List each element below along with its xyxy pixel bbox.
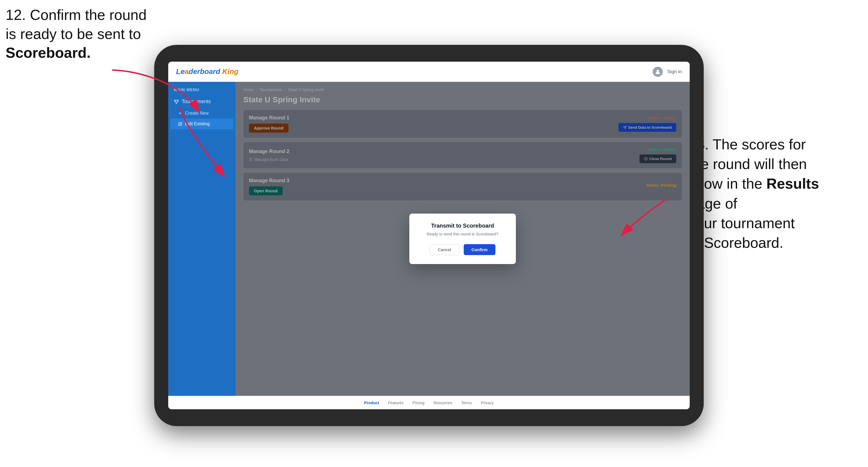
create-new-label: Create New: [185, 111, 209, 116]
instr-right-line5: your tournament: [688, 215, 795, 231]
svg-point-1: [657, 70, 659, 72]
modal-cancel-btn[interactable]: Cancel: [430, 244, 459, 255]
footer-features[interactable]: Features: [388, 401, 403, 405]
main-menu-label: MAIN MENU: [168, 88, 236, 95]
footer-privacy[interactable]: Privacy: [481, 401, 494, 405]
modal-confirm-btn[interactable]: Confirm: [464, 244, 496, 255]
logo-derboard: derboard: [189, 67, 220, 76]
logo-leader: Le: [176, 67, 184, 76]
footer-terms[interactable]: Terms: [461, 401, 472, 405]
nav-right: Sign in: [653, 67, 682, 77]
main-page: Home › Tournaments › State U Spring Invi…: [236, 82, 690, 396]
tournaments-label: Tournaments: [182, 99, 211, 104]
plus-icon: [178, 111, 182, 115]
footer-pricing[interactable]: Pricing: [412, 401, 425, 405]
modal-overlay: Transmit to Scoreboard Ready to send thi…: [236, 82, 690, 396]
sidebar-item-edit-existing[interactable]: Edit Existing: [170, 119, 233, 129]
content-area: MAIN MENU Tournaments Create New: [168, 82, 690, 396]
page-footer: Product Features Pricing Resources Terms…: [168, 396, 690, 409]
footer-resources[interactable]: Resources: [433, 401, 452, 405]
sidebar-item-create-new[interactable]: Create New: [168, 108, 236, 119]
logo-king: King: [220, 67, 239, 76]
modal-dialog: Transmit to Scoreboard Ready to send thi…: [409, 214, 516, 264]
instruction-line3-bold: Scoreboard.: [6, 44, 91, 61]
footer-product[interactable]: Product: [364, 401, 379, 405]
tablet-device: Leaderboard King Sign in MAIN MENU: [154, 45, 704, 426]
logo-a: a: [184, 67, 188, 76]
modal-title: Transmit to Scoreboard: [420, 223, 506, 229]
instruction-right: 13. The scores for the round will then s…: [688, 134, 851, 253]
instruction-top: 12. Confirm the round is ready to be sen…: [6, 6, 147, 63]
modal-buttons: Cancel Confirm: [420, 244, 506, 255]
instr-right-line2: the round will then: [688, 156, 807, 172]
avatar[interactable]: [653, 67, 663, 77]
modal-subtitle: Ready to send this round to Scoreboard?: [420, 232, 506, 236]
instr-right-bold: Results: [767, 176, 819, 192]
instruction-line1: 12. Confirm the round: [6, 7, 147, 23]
sidebar-item-tournaments[interactable]: Tournaments: [168, 95, 236, 108]
edit-existing-label: Edit Existing: [185, 121, 210, 126]
instruction-line2: is ready to be sent to: [6, 26, 141, 42]
tablet-screen: Leaderboard King Sign in MAIN MENU: [168, 62, 690, 409]
logo: Leaderboard King: [176, 67, 239, 76]
trophy-icon: [174, 99, 179, 104]
top-nav: Leaderboard King Sign in: [168, 62, 690, 82]
instr-right-line1: 13. The scores for: [688, 136, 806, 153]
sidebar: MAIN MENU Tournaments Create New: [168, 82, 236, 396]
sign-in-link[interactable]: Sign in: [667, 69, 682, 74]
edit-icon: [178, 122, 182, 126]
